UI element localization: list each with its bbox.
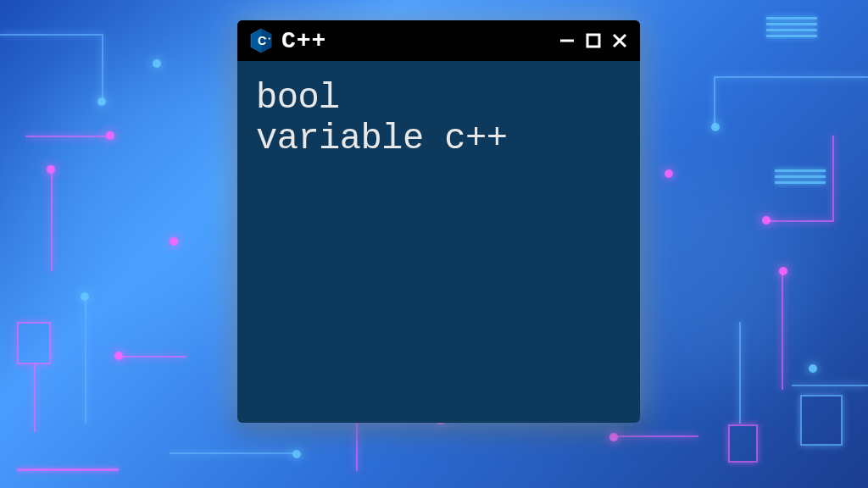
svg-rect-6	[587, 35, 599, 47]
maximize-icon[interactable]	[586, 33, 601, 48]
titlebar[interactable]: C + + C++	[237, 20, 640, 61]
window-content: bool variable c++	[237, 61, 640, 177]
code-line-1: bool	[256, 78, 621, 119]
code-window: C + + C++ bool variable c++	[237, 20, 640, 423]
titlebar-left: C + + C++	[249, 28, 326, 54]
window-title: C++	[281, 28, 326, 54]
svg-text:+: +	[264, 36, 267, 41]
code-line-2: variable c++	[256, 119, 621, 159]
svg-text:+: +	[268, 36, 271, 41]
minimize-icon[interactable]	[559, 32, 576, 49]
window-controls	[559, 32, 628, 49]
close-icon[interactable]	[611, 32, 628, 49]
cpp-icon: C + +	[249, 28, 273, 53]
